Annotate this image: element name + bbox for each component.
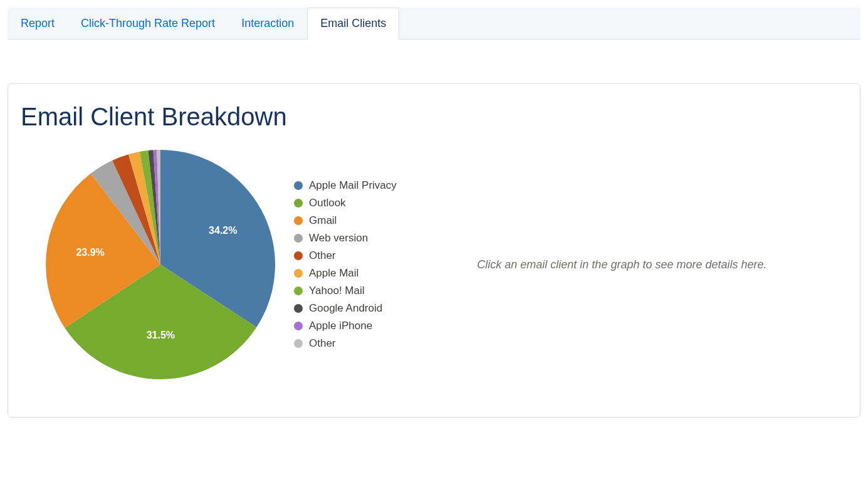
legend-item-apple-mail-privacy[interactable]: Apple Mail Privacy bbox=[294, 177, 397, 194]
legend-item-outlook[interactable]: Outlook bbox=[294, 194, 397, 212]
legend-item-other[interactable]: Other bbox=[294, 247, 397, 265]
legend-swatch bbox=[294, 251, 303, 260]
legend-swatch bbox=[294, 269, 303, 278]
legend-item-gmail[interactable]: Gmail bbox=[294, 212, 397, 229]
legend-item-other[interactable]: Other bbox=[294, 335, 397, 352]
legend-label: Google Android bbox=[309, 302, 382, 315]
pie-chart[interactable]: 34.2%31.5%23.9% bbox=[46, 150, 275, 379]
tab-email-clients[interactable]: Email Clients bbox=[307, 8, 399, 39]
legend-label: Web version bbox=[309, 232, 368, 244]
legend-label: Apple Mail Privacy bbox=[309, 179, 397, 192]
detail-hint: Click an email client in the graph to se… bbox=[397, 258, 847, 271]
card-title: Email Client Breakdown bbox=[21, 103, 847, 131]
legend-label: Gmail bbox=[309, 214, 337, 227]
legend-item-google-android[interactable]: Google Android bbox=[294, 300, 397, 317]
legend-swatch bbox=[294, 234, 303, 243]
legend-swatch bbox=[294, 199, 303, 207]
tab-report[interactable]: Report bbox=[8, 8, 68, 39]
legend-label: Apple Mail bbox=[309, 267, 358, 280]
legend: Apple Mail PrivacyOutlookGmailWeb versio… bbox=[294, 177, 397, 352]
legend-swatch bbox=[294, 181, 303, 190]
breakdown-card: Email Client Breakdown 34.2%31.5%23.9% A… bbox=[8, 83, 860, 418]
legend-label: Outlook bbox=[309, 197, 346, 209]
legend-label: Yahoo! Mail bbox=[309, 285, 365, 297]
legend-swatch bbox=[294, 216, 303, 225]
tab-bar: ReportClick-Through Rate ReportInteracti… bbox=[8, 8, 860, 39]
legend-swatch bbox=[294, 339, 303, 348]
legend-item-yahoo-mail[interactable]: Yahoo! Mail bbox=[294, 282, 397, 300]
tab-interaction[interactable]: Interaction bbox=[228, 8, 307, 39]
legend-label: Other bbox=[309, 250, 336, 262]
legend-swatch bbox=[294, 322, 303, 330]
legend-swatch bbox=[294, 304, 303, 313]
tab-click-through-rate-report[interactable]: Click-Through Rate Report bbox=[68, 8, 228, 39]
legend-item-web-version[interactable]: Web version bbox=[294, 229, 397, 247]
legend-label: Apple iPhone bbox=[309, 320, 372, 332]
legend-swatch bbox=[294, 286, 303, 295]
legend-item-apple-mail[interactable]: Apple Mail bbox=[294, 265, 397, 282]
legend-item-apple-iphone[interactable]: Apple iPhone bbox=[294, 317, 397, 335]
legend-label: Other bbox=[309, 337, 336, 350]
